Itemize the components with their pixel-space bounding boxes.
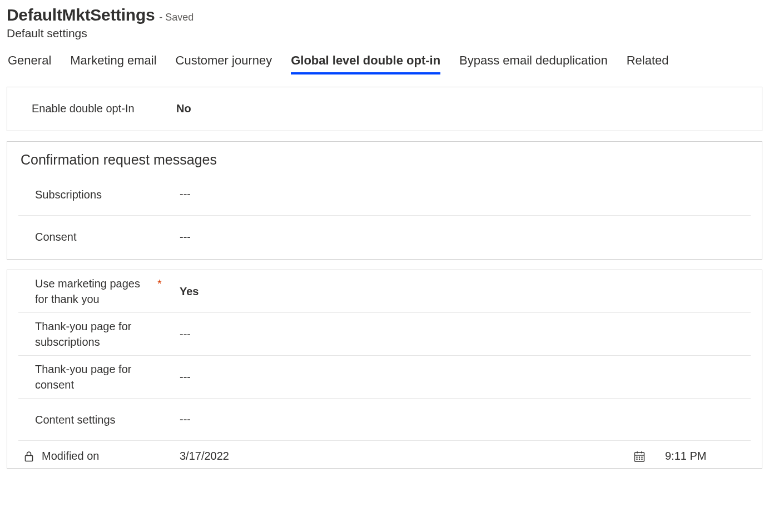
tab-global-double-opt-in[interactable]: Global level double opt-in xyxy=(291,53,440,74)
modified-on-date[interactable]: 3/17/2022 xyxy=(180,450,628,463)
svg-point-9 xyxy=(639,459,639,459)
field-value-content-settings[interactable]: --- xyxy=(180,413,751,426)
field-label-ty-consent: Thank-you page for consent xyxy=(35,361,152,392)
svg-point-7 xyxy=(642,456,642,457)
calendar-icon[interactable] xyxy=(628,450,651,463)
tab-general[interactable]: General xyxy=(8,53,51,74)
lock-icon xyxy=(24,451,42,462)
tab-customer-journey[interactable]: Customer journey xyxy=(176,53,272,74)
field-row: Thank-you page for subscriptions --- xyxy=(18,313,751,356)
field-label-ty-subscriptions: Thank-you page for subscriptions xyxy=(35,319,152,350)
required-indicator: * xyxy=(157,276,162,291)
svg-point-5 xyxy=(637,456,637,457)
field-label-enable-doi: Enable double opt-In xyxy=(32,101,135,116)
svg-point-10 xyxy=(642,459,642,459)
section-thank-you: Use marketing pages for thank you * Yes … xyxy=(7,270,762,469)
modified-on-time[interactable]: 9:11 PM xyxy=(651,450,751,463)
field-value-use-marketing-pages[interactable]: Yes xyxy=(180,285,751,298)
field-row: Consent --- xyxy=(18,216,751,258)
field-value-ty-consent[interactable]: --- xyxy=(180,371,751,384)
field-row: Use marketing pages for thank you * Yes xyxy=(18,270,751,313)
tab-strip: General Marketing email Customer journey… xyxy=(7,53,762,74)
field-value-enable-doi[interactable]: No xyxy=(176,102,751,115)
field-row: Content settings --- xyxy=(18,399,751,441)
page-header: DefaultMktSettings - Saved Default setti… xyxy=(7,6,762,50)
field-value-ty-subscriptions[interactable]: --- xyxy=(180,328,751,341)
tab-bypass-dedup[interactable]: Bypass email deduplication xyxy=(459,53,608,74)
svg-point-8 xyxy=(637,459,637,459)
tab-related[interactable]: Related xyxy=(627,53,669,74)
field-row: Enable double opt-In No xyxy=(18,87,751,130)
save-status: - Saved xyxy=(159,12,194,23)
field-label-subscriptions: Subscriptions xyxy=(35,187,102,202)
section-heading-confirmation: Confirmation request messages xyxy=(18,142,751,173)
field-label-content-settings: Content settings xyxy=(35,412,116,427)
svg-point-6 xyxy=(639,456,639,457)
page-subtitle: Default settings xyxy=(7,27,762,40)
field-value-consent[interactable]: --- xyxy=(180,231,751,243)
section-enable: Enable double opt-In No xyxy=(7,87,762,131)
field-label-use-marketing-pages: Use marketing pages for thank you xyxy=(35,276,152,307)
modified-on-label: Modified on xyxy=(42,450,180,463)
section-confirmation: Confirmation request messages Subscripti… xyxy=(7,141,762,260)
svg-rect-0 xyxy=(26,455,33,461)
modified-on-row: Modified on 3/17/2022 9:11 PM xyxy=(18,441,751,467)
tab-marketing-email[interactable]: Marketing email xyxy=(70,53,156,74)
field-row: Subscriptions --- xyxy=(18,173,751,216)
page-title: DefaultMktSettings xyxy=(7,6,155,24)
field-row: Thank-you page for consent --- xyxy=(18,356,751,399)
field-value-subscriptions[interactable]: --- xyxy=(180,188,751,201)
field-label-consent: Consent xyxy=(35,229,77,245)
